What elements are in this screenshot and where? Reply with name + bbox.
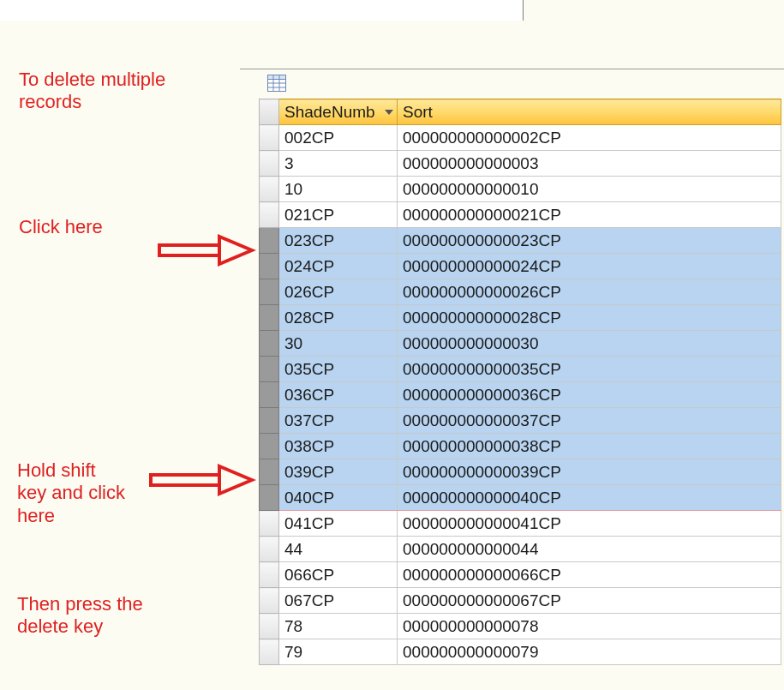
table-row[interactable]: 023CP000000000000023CP bbox=[260, 228, 781, 254]
svg-rect-3 bbox=[268, 75, 286, 80]
table-row[interactable]: 037CP000000000000037CP bbox=[260, 408, 781, 434]
cell-shadenumber[interactable]: 041CP bbox=[279, 511, 398, 537]
select-all-cell[interactable] bbox=[260, 99, 279, 125]
table-row[interactable]: 038CP000000000000038CP bbox=[260, 434, 781, 459]
column-header-label: Sort bbox=[403, 103, 433, 121]
column-header-sort[interactable]: Sort bbox=[398, 99, 781, 125]
cell-sort[interactable]: 000000000000002CP bbox=[398, 125, 781, 151]
cell-shadenumber[interactable]: 3 bbox=[279, 151, 398, 177]
row-selector[interactable] bbox=[260, 459, 279, 485]
row-selector[interactable] bbox=[260, 511, 279, 537]
row-selector[interactable] bbox=[260, 614, 279, 639]
cell-sort[interactable]: 000000000000066CP bbox=[398, 562, 781, 588]
row-selector[interactable] bbox=[260, 254, 279, 279]
row-selector[interactable] bbox=[260, 357, 279, 382]
annotation-then-delete: Then press the delete key bbox=[17, 593, 143, 639]
row-selector[interactable] bbox=[260, 408, 279, 434]
cell-shadenumber[interactable]: 028CP bbox=[279, 305, 398, 331]
cell-shadenumber[interactable]: 024CP bbox=[279, 254, 398, 279]
cell-sort[interactable]: 000000000000028CP bbox=[398, 305, 781, 331]
cell-shadenumber[interactable]: 30 bbox=[279, 331, 398, 357]
table-row[interactable]: 3000000000000003 bbox=[260, 151, 781, 177]
cell-shadenumber[interactable]: 066CP bbox=[279, 562, 398, 588]
cell-sort[interactable]: 000000000000039CP bbox=[398, 459, 781, 485]
cell-shadenumber[interactable]: 44 bbox=[279, 537, 398, 562]
cell-sort[interactable]: 000000000000067CP bbox=[398, 588, 781, 614]
svg-rect-1 bbox=[151, 475, 219, 485]
cell-shadenumber[interactable]: 021CP bbox=[279, 202, 398, 228]
row-selector[interactable] bbox=[260, 434, 279, 459]
table-row[interactable]: 78000000000000078 bbox=[260, 614, 781, 639]
datasheet-table[interactable]: ShadeNumb Sort 002CP000000000000002CP300… bbox=[259, 99, 781, 665]
cell-sort[interactable]: 000000000000036CP bbox=[398, 382, 781, 408]
row-selector[interactable] bbox=[260, 228, 279, 254]
table-row[interactable]: 066CP000000000000066CP bbox=[260, 562, 781, 588]
row-selector[interactable] bbox=[260, 639, 279, 665]
cell-sort[interactable]: 000000000000010 bbox=[398, 177, 781, 202]
table-row[interactable]: 067CP000000000000067CP bbox=[260, 588, 781, 614]
column-header-row[interactable]: ShadeNumb Sort bbox=[260, 99, 781, 125]
cell-sort[interactable]: 000000000000079 bbox=[398, 639, 781, 665]
row-selector[interactable] bbox=[260, 331, 279, 357]
cell-shadenumber[interactable]: 039CP bbox=[279, 459, 398, 485]
cell-sort[interactable]: 000000000000078 bbox=[398, 614, 781, 639]
svg-rect-0 bbox=[159, 245, 219, 255]
table-row[interactable]: 040CP000000000000040CP bbox=[260, 485, 781, 511]
cell-sort[interactable]: 000000000000040CP bbox=[398, 485, 781, 511]
row-selector[interactable] bbox=[260, 562, 279, 588]
annotation-click-here: Click here bbox=[19, 216, 103, 238]
cell-shadenumber[interactable]: 037CP bbox=[279, 408, 398, 434]
cell-shadenumber[interactable]: 038CP bbox=[279, 434, 398, 459]
window-chrome-fragment bbox=[0, 0, 524, 21]
cell-sort[interactable]: 000000000000023CP bbox=[398, 228, 781, 254]
table-row[interactable]: 036CP000000000000036CP bbox=[260, 382, 781, 408]
cell-shadenumber[interactable]: 023CP bbox=[279, 228, 398, 254]
row-selector[interactable] bbox=[260, 305, 279, 331]
row-selector[interactable] bbox=[260, 279, 279, 305]
row-selector[interactable] bbox=[260, 177, 279, 202]
cell-shadenumber[interactable]: 026CP bbox=[279, 279, 398, 305]
cell-sort[interactable]: 000000000000024CP bbox=[398, 254, 781, 279]
cell-shadenumber[interactable]: 10 bbox=[279, 177, 398, 202]
table-row[interactable]: 10000000000000010 bbox=[260, 177, 781, 202]
table-row[interactable]: 44000000000000044 bbox=[260, 537, 781, 562]
annotation-title: To delete multiple records bbox=[19, 69, 165, 114]
cell-sort[interactable]: 000000000000041CP bbox=[398, 511, 781, 537]
cell-sort[interactable]: 000000000000030 bbox=[398, 331, 781, 357]
row-selector[interactable] bbox=[260, 151, 279, 177]
cell-shadenumber[interactable]: 78 bbox=[279, 614, 398, 639]
column-header-label: ShadeNumb bbox=[284, 103, 375, 121]
table-row[interactable]: 026CP000000000000026CP bbox=[260, 279, 781, 305]
cell-shadenumber[interactable]: 036CP bbox=[279, 382, 398, 408]
row-selector[interactable] bbox=[260, 382, 279, 408]
cell-sort[interactable]: 000000000000037CP bbox=[398, 408, 781, 434]
cell-shadenumber[interactable]: 035CP bbox=[279, 357, 398, 382]
row-selector[interactable] bbox=[260, 485, 279, 511]
datasheet-container: ShadeNumb Sort 002CP000000000000002CP300… bbox=[240, 69, 784, 673]
row-selector[interactable] bbox=[260, 202, 279, 228]
cell-sort[interactable]: 000000000000026CP bbox=[398, 279, 781, 305]
row-selector[interactable] bbox=[260, 588, 279, 614]
table-row[interactable]: 039CP000000000000039CP bbox=[260, 459, 781, 485]
table-row[interactable]: 028CP000000000000028CP bbox=[260, 305, 781, 331]
column-header-shadenumber[interactable]: ShadeNumb bbox=[279, 99, 398, 125]
cell-shadenumber[interactable]: 002CP bbox=[279, 125, 398, 151]
table-row[interactable]: 021CP000000000000021CP bbox=[260, 202, 781, 228]
table-row[interactable]: 002CP000000000000002CP bbox=[260, 125, 781, 151]
cell-shadenumber[interactable]: 79 bbox=[279, 639, 398, 665]
dropdown-icon[interactable] bbox=[385, 110, 393, 115]
table-row[interactable]: 30000000000000030 bbox=[260, 331, 781, 357]
cell-shadenumber[interactable]: 040CP bbox=[279, 485, 398, 511]
cell-sort[interactable]: 000000000000038CP bbox=[398, 434, 781, 459]
cell-sort[interactable]: 000000000000044 bbox=[398, 537, 781, 562]
cell-shadenumber[interactable]: 067CP bbox=[279, 588, 398, 614]
table-row[interactable]: 035CP000000000000035CP bbox=[260, 357, 781, 382]
row-selector[interactable] bbox=[260, 537, 279, 562]
table-row[interactable]: 041CP000000000000041CP bbox=[260, 511, 781, 537]
cell-sort[interactable]: 000000000000003 bbox=[398, 151, 781, 177]
cell-sort[interactable]: 000000000000035CP bbox=[398, 357, 781, 382]
table-row[interactable]: 024CP000000000000024CP bbox=[260, 254, 781, 279]
table-row[interactable]: 79000000000000079 bbox=[260, 639, 781, 665]
row-selector[interactable] bbox=[260, 125, 279, 151]
cell-sort[interactable]: 000000000000021CP bbox=[398, 202, 781, 228]
